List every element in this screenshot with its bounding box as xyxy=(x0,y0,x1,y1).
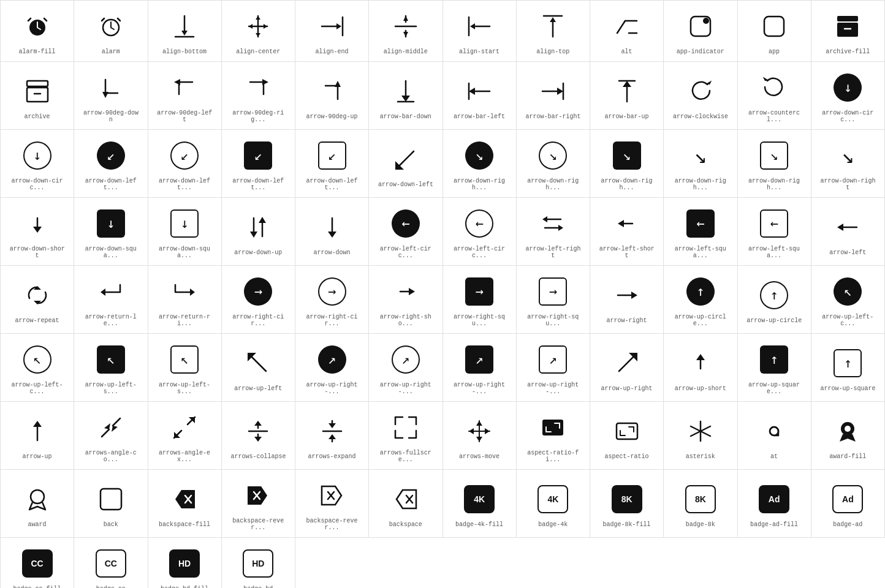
icon-cell-arrow-up-right[interactable]: arrow-up-right xyxy=(590,334,664,402)
icon-cell-asterisk[interactable]: asterisk xyxy=(664,402,737,470)
icon-cell-arrow-down-left[interactable]: arrow-down-left xyxy=(369,130,442,198)
icon-cell-arrows-expand[interactable]: arrows-expand xyxy=(295,402,369,470)
icon-cell-arrow-up-left-square[interactable]: ↖arrow-up-left-s... xyxy=(148,334,222,402)
icon-cell-at[interactable]: at xyxy=(738,402,811,470)
icon-cell-badge-4k[interactable]: 4Kbadge-4k xyxy=(517,470,590,538)
icon-cell-arrow-left-square[interactable]: ←arrow-left-squa... xyxy=(738,198,811,266)
icon-cell-badge-hd[interactable]: HDbadge-hd xyxy=(222,538,295,588)
icon-cell-arrow-down-up[interactable]: arrow-down-up xyxy=(222,198,295,266)
icon-cell-arrow-up-left-circle-fill[interactable]: ↖arrow-up-left-c... xyxy=(811,266,885,334)
icon-cell-aspect-ratio-fill[interactable]: aspect-ratio-fi... xyxy=(517,402,590,470)
icon-cell-backspace-reverse-fill[interactable]: backspace-rever... xyxy=(222,470,295,538)
icon-cell-arrow-down-left-fill[interactable]: ↙arrow-down-left... xyxy=(222,130,295,198)
icon-cell-align-start[interactable]: align-start xyxy=(443,1,517,62)
icon-cell-award[interactable]: award xyxy=(1,470,74,538)
icon-cell-alarm[interactable]: alarm xyxy=(74,1,148,62)
icon-cell-arrows-move[interactable]: arrows-move xyxy=(443,402,517,470)
icon-cell-align-top[interactable]: align-top xyxy=(517,1,590,62)
icon-cell-arrow-right-circle-fill[interactable]: →arrow-right-cir... xyxy=(222,266,295,334)
icon-cell-arrow-down[interactable]: arrow-down xyxy=(295,198,369,266)
icon-cell-arrow-right[interactable]: arrow-right xyxy=(590,266,664,334)
icon-cell-arrow-90deg-right[interactable]: arrow-90deg-rig... xyxy=(222,62,295,130)
icon-cell-backspace-reverse[interactable]: backspace-rever... xyxy=(295,470,369,538)
icon-cell-backspace[interactable]: backspace xyxy=(369,470,442,538)
icon-cell-arrow-left-square-fill[interactable]: ←arrow-left-squa... xyxy=(664,198,737,266)
icon-cell-arrow-bar-up[interactable]: arrow-bar-up xyxy=(590,62,664,130)
icon-cell-arrow-down-right2[interactable]: ↘arrow-down-right xyxy=(811,130,885,198)
icon-cell-arrow-left-circle[interactable]: ←arrow-left-circ... xyxy=(443,198,517,266)
icon-cell-align-bottom[interactable]: align-bottom xyxy=(148,1,222,62)
icon-cell-arrow-up-left[interactable]: arrow-up-left xyxy=(222,334,295,402)
icon-cell-arrow-up-left-circle[interactable]: ↖arrow-up-left-c... xyxy=(1,334,74,402)
icon-cell-badge-cc[interactable]: CCbadge-cc xyxy=(74,538,148,588)
icon-cell-arrows-fullscreen[interactable]: arrows-fullscre... xyxy=(369,402,442,470)
icon-cell-arrow-down-right-fill[interactable]: ↘arrow-down-righ... xyxy=(590,130,664,198)
icon-cell-arrow-bar-left[interactable]: arrow-bar-left xyxy=(443,62,517,130)
icon-cell-arrow-bar-right[interactable]: arrow-bar-right xyxy=(517,62,590,130)
icon-cell-arrows-angle-expand[interactable]: arrows-angle-ex... xyxy=(148,402,222,470)
icon-cell-arrow-up-right-circle-fill[interactable]: ↗arrow-up-right-... xyxy=(295,334,369,402)
icon-cell-arrow-up-circle[interactable]: ↑arrow-up-circle xyxy=(738,266,811,334)
icon-cell-arrow-down-left-circle-fill[interactable]: ↙arrow-down-left... xyxy=(74,130,148,198)
icon-cell-arrow-down-circle-fill[interactable]: ↓arrow-down-circ... xyxy=(811,62,885,130)
icon-cell-arrow-left-right[interactable]: arrow-left-right xyxy=(517,198,590,266)
icon-cell-back[interactable]: back xyxy=(74,470,148,538)
icon-cell-align-middle[interactable]: align-middle xyxy=(369,1,442,62)
icon-cell-arrow-up-right-circle[interactable]: ↗arrow-up-right-... xyxy=(369,334,442,402)
icon-cell-arrow-down-left-circle[interactable]: ↙arrow-down-left... xyxy=(148,130,222,198)
icon-cell-arrow-down-square-fill[interactable]: ↓arrow-down-squa... xyxy=(74,198,148,266)
icon-cell-arrow-right-short[interactable]: arrow-right-sho... xyxy=(369,266,442,334)
icon-cell-backspace-fill[interactable]: backspace-fill xyxy=(148,470,222,538)
icon-cell-arrow-down-square[interactable]: ↓arrow-down-squa... xyxy=(148,198,222,266)
icon-cell-arrow-up-right-sq-fill[interactable]: ↗arrow-up-right-... xyxy=(443,334,517,402)
icon-cell-arrow-up[interactable]: arrow-up xyxy=(1,402,74,470)
icon-cell-arrow-right-circle[interactable]: →arrow-right-cir... xyxy=(295,266,369,334)
icon-cell-arrow-down-short[interactable]: arrow-down-short xyxy=(1,198,74,266)
icon-cell-arrow-up-left-square-fill[interactable]: ↖arrow-up-left-s... xyxy=(74,334,148,402)
icon-cell-arrows-angle-contract[interactable]: arrows-angle-co... xyxy=(74,402,148,470)
icon-cell-arrow-left-circle-fill[interactable]: ←arrow-left-circ... xyxy=(369,198,442,266)
icon-cell-arrow-90deg-up[interactable]: arrow-90deg-up xyxy=(295,62,369,130)
icon-cell-arrow-down-right-circle[interactable]: ↘arrow-down-righ... xyxy=(517,130,590,198)
icon-cell-arrow-bar-down[interactable]: arrow-bar-down xyxy=(369,62,442,130)
icon-cell-arrow-right-square[interactable]: →arrow-right-squ... xyxy=(517,266,590,334)
icon-cell-badge-4k-fill[interactable]: 4Kbadge-4k-fill xyxy=(443,470,517,538)
icon-cell-arrow-repeat[interactable]: arrow-repeat xyxy=(1,266,74,334)
icon-cell-arrow-down-right-sq2[interactable]: ↘arrow-down-righ... xyxy=(738,130,811,198)
icon-cell-align-end[interactable]: align-end xyxy=(295,1,369,62)
icon-cell-arrow-up-right-sq[interactable]: ↗arrow-up-right-... xyxy=(517,334,590,402)
icon-cell-archive[interactable]: archive xyxy=(1,62,74,130)
icon-cell-arrow-return-right[interactable]: arrow-return-ri... xyxy=(148,266,222,334)
icon-cell-badge-8k[interactable]: 8Kbadge-8k xyxy=(664,470,737,538)
icon-cell-arrow-counterclockwise[interactable]: arrow-countercl... xyxy=(738,62,811,130)
icon-cell-archive-fill[interactable]: archive-fill xyxy=(811,1,885,62)
icon-cell-app[interactable]: app xyxy=(738,1,811,62)
icon-cell-arrow-90deg-down[interactable]: arrow-90deg-down xyxy=(74,62,148,130)
icon-cell-arrow-right-square-fill[interactable]: →arrow-right-squ... xyxy=(443,266,517,334)
icon-cell-arrow-down-right-circle-fill[interactable]: ↘arrow-down-righ... xyxy=(443,130,517,198)
icon-cell-badge-cc-fill[interactable]: CCbadge-cc-fill xyxy=(1,538,74,588)
icon-cell-arrow-up-square-fill[interactable]: ↑arrow-up-square... xyxy=(738,334,811,402)
icon-cell-aspect-ratio[interactable]: aspect-ratio xyxy=(590,402,664,470)
icon-cell-arrow-down-left-square[interactable]: ↙arrow-down-left... xyxy=(295,130,369,198)
icon-cell-badge-hd-fill[interactable]: HDbadge-hd-fill xyxy=(148,538,222,588)
icon-cell-award-fill[interactable]: award-fill xyxy=(811,402,885,470)
icon-cell-arrow-up-short[interactable]: arrow-up-short xyxy=(664,334,737,402)
icon-cell-arrow-90deg-left[interactable]: arrow-90deg-left xyxy=(148,62,222,130)
icon-cell-badge-ad-fill[interactable]: Adbadge-ad-fill xyxy=(738,470,811,538)
icon-cell-badge-ad[interactable]: Adbadge-ad xyxy=(811,470,885,538)
icon-cell-alt[interactable]: alt xyxy=(590,1,664,62)
icon-cell-badge-8k-fill[interactable]: 8Kbadge-8k-fill xyxy=(590,470,664,538)
icon-cell-arrow-return-left[interactable]: arrow-return-le... xyxy=(74,266,148,334)
icon-cell-arrow-left-short[interactable]: arrow-left-short xyxy=(590,198,664,266)
icon-cell-arrow-up-circle-fill[interactable]: ↑arrow-up-circle... xyxy=(664,266,737,334)
icon-cell-arrow-down-circle[interactable]: ↓arrow-down-circ... xyxy=(1,130,74,198)
icon-cell-arrow-up-square[interactable]: ↑arrow-up-square xyxy=(811,334,885,402)
icon-cell-arrow-left[interactable]: arrow-left xyxy=(811,198,885,266)
icon-cell-arrow-clockwise[interactable]: arrow-clockwise xyxy=(664,62,737,130)
icon-cell-align-center[interactable]: align-center xyxy=(222,1,295,62)
icon-cell-arrows-collapse[interactable]: arrows-collapse xyxy=(222,402,295,470)
icon-cell-alarm-fill[interactable]: alarm-fill xyxy=(1,1,74,62)
icon-cell-app-indicator[interactable]: app-indicator xyxy=(664,1,737,62)
icon-cell-arrow-down-right-square[interactable]: ↘arrow-down-righ... xyxy=(664,130,737,198)
